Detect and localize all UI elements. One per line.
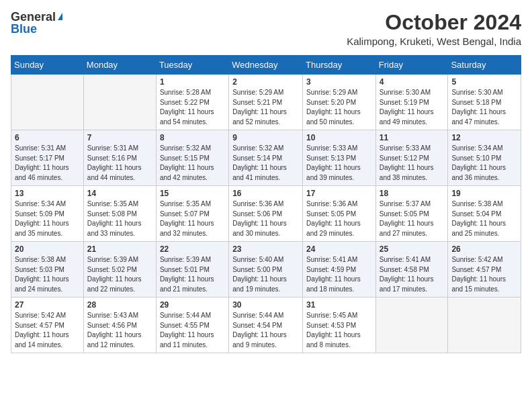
- col-header-saturday: Saturday: [448, 56, 521, 75]
- cell-info: Sunrise: 5:30 AMSunset: 5:19 PMDaylight:…: [380, 88, 445, 127]
- cell-day-number: 9: [232, 133, 299, 142]
- col-header-thursday: Thursday: [303, 56, 376, 75]
- cell-info: Sunrise: 5:42 AMSunset: 4:57 PMDaylight:…: [451, 255, 517, 294]
- cell-info: Sunrise: 5:35 AMSunset: 5:07 PMDaylight:…: [160, 199, 225, 238]
- calendar-cell: [448, 298, 521, 353]
- cell-info: Sunrise: 5:36 AMSunset: 5:05 PMDaylight:…: [306, 199, 372, 238]
- calendar-cell: 10Sunrise: 5:33 AMSunset: 5:13 PMDayligh…: [303, 130, 376, 186]
- cell-info: Sunrise: 5:38 AMSunset: 5:04 PMDaylight:…: [451, 199, 517, 238]
- calendar-cell: [375, 298, 448, 353]
- cell-info: Sunrise: 5:28 AMSunset: 5:22 PMDaylight:…: [160, 88, 225, 127]
- calendar-header-row: SundayMondayTuesdayWednesdayThursdayFrid…: [11, 56, 521, 75]
- calendar-week-row: 27Sunrise: 5:42 AMSunset: 4:57 PMDayligh…: [11, 298, 521, 353]
- calendar-cell: 22Sunrise: 5:39 AMSunset: 5:01 PMDayligh…: [156, 242, 228, 298]
- cell-info: Sunrise: 5:42 AMSunset: 4:57 PMDaylight:…: [15, 311, 80, 350]
- cell-info: Sunrise: 5:32 AMSunset: 5:14 PMDaylight:…: [232, 144, 299, 183]
- calendar-cell: 18Sunrise: 5:37 AMSunset: 5:05 PMDayligh…: [375, 186, 448, 242]
- calendar-cell: [11, 75, 84, 130]
- cell-day-number: 2: [232, 77, 299, 87]
- cell-day-number: 23: [232, 244, 299, 254]
- cell-info: Sunrise: 5:36 AMSunset: 5:06 PMDaylight:…: [232, 199, 299, 238]
- cell-day-number: 30: [232, 300, 299, 310]
- calendar-cell: 3Sunrise: 5:29 AMSunset: 5:20 PMDaylight…: [303, 75, 376, 130]
- calendar-cell: 24Sunrise: 5:41 AMSunset: 4:59 PMDayligh…: [303, 242, 376, 298]
- cell-info: Sunrise: 5:44 AMSunset: 4:55 PMDaylight:…: [160, 311, 225, 350]
- cell-info: Sunrise: 5:31 AMSunset: 5:16 PMDaylight:…: [87, 144, 152, 183]
- calendar-cell: 30Sunrise: 5:44 AMSunset: 4:54 PMDayligh…: [229, 298, 303, 353]
- calendar-cell: 27Sunrise: 5:42 AMSunset: 4:57 PMDayligh…: [11, 298, 84, 353]
- cell-info: Sunrise: 5:33 AMSunset: 5:12 PMDaylight:…: [380, 144, 445, 183]
- col-header-friday: Friday: [375, 56, 448, 75]
- calendar-cell: 20Sunrise: 5:38 AMSunset: 5:03 PMDayligh…: [11, 242, 84, 298]
- calendar-cell: 19Sunrise: 5:38 AMSunset: 5:04 PMDayligh…: [448, 186, 521, 242]
- cell-day-number: 12: [451, 133, 517, 142]
- cell-day-number: 14: [87, 189, 152, 198]
- logo-blue-text: Blue: [11, 22, 37, 36]
- cell-info: Sunrise: 5:43 AMSunset: 4:56 PMDaylight:…: [87, 311, 152, 350]
- cell-day-number: 22: [160, 244, 225, 254]
- cell-info: Sunrise: 5:35 AMSunset: 5:08 PMDaylight:…: [87, 199, 152, 238]
- cell-info: Sunrise: 5:33 AMSunset: 5:13 PMDaylight:…: [306, 144, 372, 183]
- calendar-cell: 5Sunrise: 5:30 AMSunset: 5:18 PMDaylight…: [448, 75, 521, 130]
- cell-day-number: 5: [451, 77, 517, 87]
- calendar-table: SundayMondayTuesdayWednesdayThursdayFrid…: [11, 55, 521, 353]
- col-header-sunday: Sunday: [11, 56, 84, 75]
- calendar-week-row: 20Sunrise: 5:38 AMSunset: 5:03 PMDayligh…: [11, 242, 521, 298]
- calendar-cell: 26Sunrise: 5:42 AMSunset: 4:57 PMDayligh…: [448, 242, 521, 298]
- calendar-cell: 11Sunrise: 5:33 AMSunset: 5:12 PMDayligh…: [375, 130, 448, 186]
- cell-info: Sunrise: 5:45 AMSunset: 4:53 PMDaylight:…: [306, 311, 372, 350]
- cell-day-number: 15: [160, 189, 225, 198]
- cell-day-number: 29: [160, 300, 225, 310]
- title-block: October 2024 Kalimpong, Kruketi, West Be…: [347, 11, 521, 47]
- cell-info: Sunrise: 5:44 AMSunset: 4:54 PMDaylight:…: [232, 311, 299, 350]
- calendar-week-row: 6Sunrise: 5:31 AMSunset: 5:17 PMDaylight…: [11, 130, 521, 186]
- cell-day-number: 11: [380, 133, 445, 142]
- calendar-cell: 23Sunrise: 5:40 AMSunset: 5:00 PMDayligh…: [229, 242, 303, 298]
- calendar-cell: 12Sunrise: 5:34 AMSunset: 5:10 PMDayligh…: [448, 130, 521, 186]
- cell-day-number: 16: [232, 189, 299, 198]
- logo-general-text: General: [11, 11, 56, 23]
- cell-day-number: 17: [306, 189, 372, 198]
- cell-info: Sunrise: 5:34 AMSunset: 5:09 PMDaylight:…: [15, 199, 80, 238]
- cell-day-number: 4: [380, 77, 445, 87]
- calendar-cell: 16Sunrise: 5:36 AMSunset: 5:06 PMDayligh…: [229, 186, 303, 242]
- cell-day-number: 27: [15, 300, 80, 310]
- calendar-cell: 1Sunrise: 5:28 AMSunset: 5:22 PMDaylight…: [156, 75, 228, 130]
- page-header: General Blue October 2024 Kalimpong, Kru…: [11, 11, 521, 47]
- cell-day-number: 10: [306, 133, 372, 142]
- cell-day-number: 7: [87, 133, 152, 142]
- cell-day-number: 3: [306, 77, 372, 87]
- cell-day-number: 28: [87, 300, 152, 310]
- calendar-cell: 28Sunrise: 5:43 AMSunset: 4:56 PMDayligh…: [83, 298, 156, 353]
- month-title: October 2024: [347, 11, 521, 34]
- cell-day-number: 24: [306, 244, 372, 254]
- calendar-cell: [83, 75, 156, 130]
- logo: General Blue: [11, 11, 62, 36]
- calendar-cell: 31Sunrise: 5:45 AMSunset: 4:53 PMDayligh…: [303, 298, 376, 353]
- cell-day-number: 18: [380, 189, 445, 198]
- cell-info: Sunrise: 5:32 AMSunset: 5:15 PMDaylight:…: [160, 144, 225, 183]
- cell-day-number: 13: [15, 189, 80, 198]
- cell-day-number: 31: [306, 300, 372, 310]
- cell-info: Sunrise: 5:29 AMSunset: 5:20 PMDaylight:…: [306, 88, 372, 127]
- cell-day-number: 8: [160, 133, 225, 142]
- cell-info: Sunrise: 5:30 AMSunset: 5:18 PMDaylight:…: [451, 88, 517, 127]
- calendar-week-row: 13Sunrise: 5:34 AMSunset: 5:09 PMDayligh…: [11, 186, 521, 242]
- calendar-cell: 13Sunrise: 5:34 AMSunset: 5:09 PMDayligh…: [11, 186, 84, 242]
- calendar-cell: 8Sunrise: 5:32 AMSunset: 5:15 PMDaylight…: [156, 130, 228, 186]
- calendar-cell: 25Sunrise: 5:41 AMSunset: 4:58 PMDayligh…: [375, 242, 448, 298]
- calendar-cell: 6Sunrise: 5:31 AMSunset: 5:17 PMDaylight…: [11, 130, 84, 186]
- cell-day-number: 25: [380, 244, 445, 254]
- col-header-tuesday: Tuesday: [156, 56, 228, 75]
- cell-info: Sunrise: 5:39 AMSunset: 5:02 PMDaylight:…: [87, 255, 152, 294]
- cell-info: Sunrise: 5:34 AMSunset: 5:10 PMDaylight:…: [451, 144, 517, 183]
- cell-day-number: 21: [87, 244, 152, 254]
- logo-triangle-icon: [58, 13, 62, 20]
- cell-day-number: 6: [15, 133, 80, 142]
- col-header-monday: Monday: [83, 56, 156, 75]
- calendar-cell: 17Sunrise: 5:36 AMSunset: 5:05 PMDayligh…: [303, 186, 376, 242]
- calendar-cell: 2Sunrise: 5:29 AMSunset: 5:21 PMDaylight…: [229, 75, 303, 130]
- cell-day-number: 26: [451, 244, 517, 254]
- cell-info: Sunrise: 5:37 AMSunset: 5:05 PMDaylight:…: [380, 199, 445, 238]
- cell-info: Sunrise: 5:29 AMSunset: 5:21 PMDaylight:…: [232, 88, 299, 127]
